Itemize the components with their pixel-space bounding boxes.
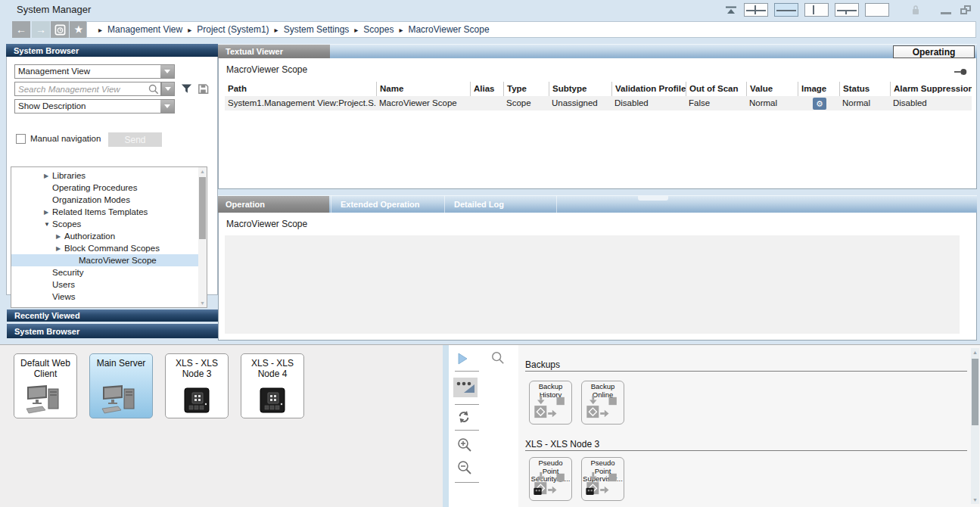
gears-icon[interactable]: ⚙ — [813, 98, 826, 110]
table-row[interactable]: System1.Management View:Project.S... Mac… — [225, 96, 972, 110]
tree-item-related-items-templates[interactable]: ▶Related Items Templates — [11, 206, 198, 218]
refresh-icon[interactable] — [456, 409, 471, 425]
textual-viewer-tabstrip: Textual Viewer Operating — [218, 44, 977, 58]
filter-icon[interactable] — [179, 82, 193, 95]
zoom-in-icon[interactable] — [456, 437, 473, 453]
forward-button[interactable]: → — [32, 21, 50, 38]
tile-pseudo-point-security[interactable]: Pseudo Point Security@... — [529, 457, 572, 501]
tab-extended-operation[interactable]: Extended Operation — [331, 196, 444, 213]
history-button[interactable] — [51, 21, 69, 38]
scroll-thumb[interactable] — [972, 359, 978, 425]
tree-item-libraries[interactable]: ▶Libraries — [11, 170, 198, 182]
tree-item-block-command-scopes[interactable]: ▶Block Command Scopes — [11, 242, 198, 254]
tree-item-organization-modes[interactable]: Organization Modes — [11, 194, 198, 206]
system-browser-header[interactable]: System Browser — [6, 44, 218, 57]
breadcrumb-arrow-icon: ▸ — [399, 26, 403, 34]
zoom-out-icon[interactable] — [456, 459, 473, 476]
column-header[interactable]: Alias — [470, 82, 503, 96]
device-tile-xls-node-4[interactable]: XLS - XLS Node 4 — [241, 353, 304, 418]
play-icon[interactable] — [455, 351, 470, 366]
recently-viewed-bar[interactable]: Recently Viewed — [7, 309, 219, 322]
tree-item-scopes[interactable]: ▼Scopes — [11, 218, 198, 230]
tab-detailed-log[interactable]: Detailed Log — [444, 196, 556, 213]
favorites-button[interactable]: ★ — [70, 21, 88, 38]
chevron-right-icon[interactable]: ▶ — [56, 233, 64, 240]
column-header[interactable]: Alarm Suppression — [890, 82, 972, 96]
search-options-dropdown[interactable] — [161, 82, 175, 96]
minimize-icon[interactable] — [939, 3, 953, 17]
breadcrumb-arrow-icon: ▸ — [98, 26, 102, 34]
tile-backup-online[interactable]: Backup Online — [581, 381, 624, 425]
pin-icon[interactable] — [954, 67, 967, 79]
column-header[interactable]: Path — [225, 82, 376, 96]
tree-item-operating-procedures[interactable]: Operating Procedures — [11, 182, 198, 194]
search-box[interactable] — [14, 82, 161, 96]
back-button[interactable]: ← — [12, 21, 30, 38]
chevron-down-icon[interactable]: ▼ — [44, 221, 52, 228]
column-header[interactable]: Validation Profile — [611, 82, 686, 96]
column-header[interactable]: Image — [798, 82, 839, 96]
chevron-down-icon[interactable] — [160, 65, 174, 78]
tree-item-authorization[interactable]: ▶Authorization — [11, 230, 198, 242]
scroll-down-icon[interactable]: ▼ — [971, 497, 979, 502]
scroll-down-icon[interactable]: ▼ — [198, 299, 207, 307]
search-input[interactable] — [15, 85, 148, 94]
chevron-right-icon[interactable]: ▶ — [44, 209, 52, 216]
tree-item-users[interactable]: Users — [11, 278, 198, 291]
search-icon[interactable] — [490, 350, 506, 365]
breadcrumb-item[interactable]: MacroViewer Scope — [408, 24, 489, 35]
layout-vertical-split-icon[interactable] — [804, 3, 829, 17]
chevron-right-icon[interactable]: ▶ — [56, 245, 64, 252]
column-header[interactable]: Type — [503, 82, 549, 96]
tree-item-views[interactable]: Views — [11, 291, 198, 303]
device-tile-main-server[interactable]: Main Server — [89, 353, 153, 418]
layout-single-icon[interactable] — [865, 3, 889, 17]
scroll-up-icon[interactable]: ▲ — [198, 167, 207, 176]
send-button[interactable]: Send — [108, 132, 162, 147]
column-header[interactable]: Status — [839, 82, 890, 96]
column-header[interactable]: Value — [746, 82, 798, 96]
scroll-thumb[interactable] — [199, 177, 206, 239]
layout-horizontal-split-icon[interactable] — [774, 3, 798, 17]
description-dropdown[interactable]: Show Description — [14, 99, 175, 114]
system-browser-bar[interactable]: System Browser — [7, 324, 219, 338]
column-header[interactable]: Name — [376, 82, 470, 96]
breadcrumb-item[interactable]: Project (System1) — [197, 24, 269, 35]
tree-item-security[interactable]: Security — [11, 266, 198, 278]
lock-icon — [909, 3, 922, 17]
layout-mixed-split-icon[interactable] — [835, 3, 859, 17]
tile-pseudo-point-supervisor[interactable]: Pseudo Point Supervisor... — [581, 457, 624, 501]
tree-scrollbar[interactable]: ▲ ▼ — [198, 167, 207, 307]
column-header[interactable]: Out of Scan — [686, 82, 746, 96]
view-dropdown[interactable]: Management View — [14, 64, 175, 79]
save-icon[interactable] — [196, 82, 210, 95]
operation-object-label: MacroViewer Scope — [226, 219, 307, 229]
macro-dots-icon[interactable] — [453, 378, 478, 397]
breadcrumb-item[interactable]: Management View — [107, 24, 182, 35]
breadcrumb-item[interactable]: Scopes — [363, 24, 394, 35]
search-icon[interactable] — [148, 84, 159, 95]
tab-textual-viewer[interactable]: Textual Viewer — [218, 45, 330, 58]
breadcrumb-arrow-icon: ▸ — [188, 26, 191, 34]
manual-navigation-checkbox[interactable] — [16, 134, 26, 144]
tree-item-macroviewer-scope[interactable]: MacroViewer Scope — [11, 254, 198, 266]
chevron-down-icon[interactable] — [160, 100, 174, 113]
scroll-up-icon[interactable]: ▲ — [971, 350, 979, 355]
breadcrumb-item[interactable]: System Settings — [284, 24, 350, 35]
column-header[interactable]: Subtype — [549, 82, 611, 96]
panel-separator[interactable] — [443, 345, 449, 507]
chevron-down-icon[interactable] — [162, 82, 174, 95]
navigation-bar: ← → ★ ▸ Management View ▸ Project (Syste… — [0, 20, 980, 40]
splitter-handle[interactable] — [638, 196, 668, 201]
device-tile-xls-node-3[interactable]: XLS - XLS Node 3 — [165, 353, 229, 418]
tile-backup-history[interactable]: Backup History — [529, 381, 572, 425]
chevron-right-icon[interactable]: ▶ — [44, 173, 52, 179]
collapse-icon[interactable] — [724, 3, 738, 17]
device-tile-default-web-client[interactable]: Default Web Client — [14, 353, 77, 418]
restore-icon[interactable] — [959, 3, 972, 17]
tab-operation[interactable]: Operation — [218, 196, 329, 213]
devices-area: Default Web Client Main Server XLS - XLS… — [0, 345, 443, 507]
operating-button[interactable]: Operating — [893, 45, 975, 58]
sections-scrollbar[interactable]: ▲ ▼ — [971, 348, 979, 504]
layout-grid-icon[interactable] — [744, 3, 768, 17]
